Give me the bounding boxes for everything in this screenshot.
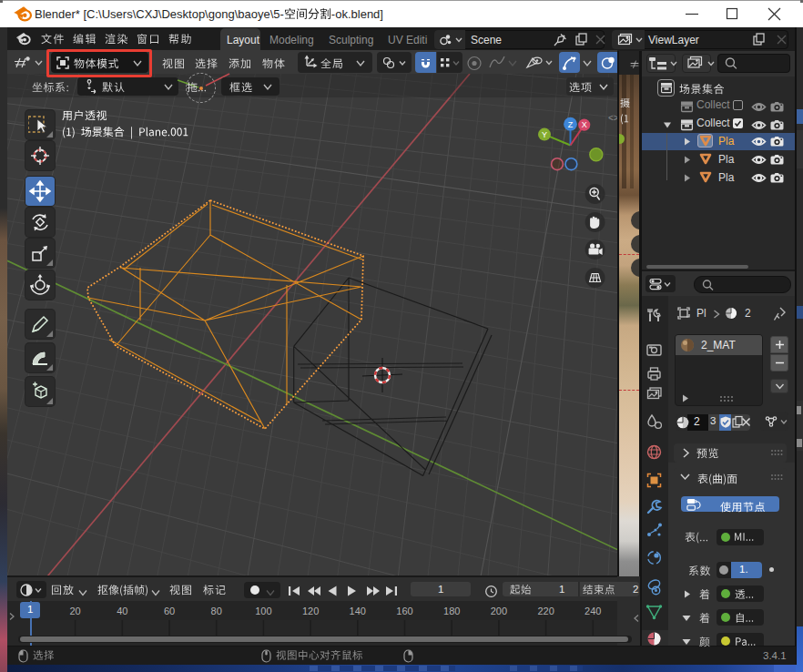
svg-text:40: 40	[117, 606, 127, 616]
svg-text:60: 60	[164, 606, 175, 616]
svg-text:20: 20	[69, 606, 80, 616]
svg-text:100: 100	[255, 606, 271, 616]
svg-text:220: 220	[537, 606, 554, 616]
svg-text:140: 140	[350, 606, 366, 616]
svg-text:120: 120	[302, 606, 319, 616]
svg-text:180: 180	[443, 606, 460, 616]
svg-text:160: 160	[396, 606, 412, 616]
svg-text:<>: <>	[608, 113, 617, 123]
svg-text:240: 240	[584, 606, 601, 616]
svg-text:X: X	[582, 120, 587, 129]
svg-text:Y: Y	[542, 130, 547, 139]
svg-text:Z: Z	[568, 120, 574, 129]
svg-text:80: 80	[211, 606, 222, 616]
svg-text:200: 200	[491, 606, 507, 616]
